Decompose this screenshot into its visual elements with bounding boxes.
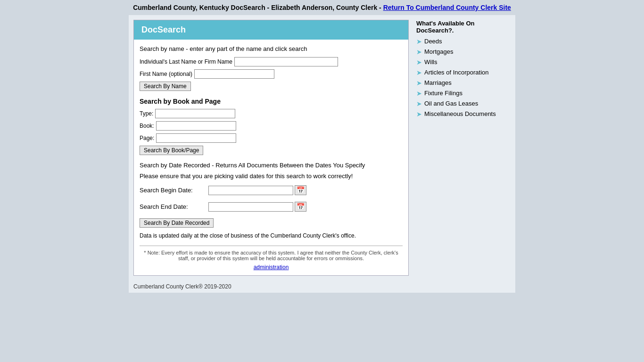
right-panel-item-label: Mortgages [424, 48, 453, 55]
date-search-title2: Please ensure that you are picking valid… [140, 173, 403, 180]
arrow-icon: ➤ [416, 100, 422, 107]
page-header: Cumberland County, Kentucky DocSearch - … [0, 0, 644, 15]
name-search-section: Search by name - enter any part of the n… [140, 45, 403, 91]
begin-date-input[interactable] [208, 186, 293, 195]
right-panel-item: ➤Fixture Filings [416, 90, 511, 97]
date-search-title1: Search by Date Recorded - Returns All Do… [140, 162, 403, 169]
right-panel-item: ➤Miscellaneous Documents [416, 110, 511, 118]
search-book-button-row: Search By Book/Page [140, 146, 403, 155]
first-name-input[interactable] [194, 69, 274, 79]
return-link[interactable]: Return To Cumberland County Clerk Site [383, 4, 511, 11]
end-date-row: Search End Date: 📅 [140, 202, 403, 212]
right-panel-item: ➤Articles of Incorporation [416, 69, 511, 76]
end-date-input[interactable] [208, 202, 293, 212]
right-panel-item: ➤Deeds [416, 38, 511, 45]
right-panel-item-label: Wills [424, 58, 437, 66]
book-row: Book: [140, 121, 403, 131]
arrow-icon: ➤ [416, 58, 422, 66]
book-input[interactable] [156, 121, 236, 131]
search-by-book-button[interactable]: Search By Book/Page [140, 146, 203, 155]
type-input[interactable] [155, 109, 235, 118]
begin-date-row: Search Begin Date: 📅 [140, 185, 403, 195]
search-name-button-row: Search By Name [140, 82, 403, 91]
right-panel-item: ➤Mortgages [416, 48, 511, 56]
right-panel-item-label: Articles of Incorporation [424, 69, 489, 76]
main-container: DocSearch Search by name - enter any par… [129, 15, 515, 280]
begin-date-calendar-icon[interactable]: 📅 [295, 185, 306, 195]
right-panel: What's Available On DocSearch?. ➤Deeds➤M… [416, 20, 511, 121]
arrow-icon: ➤ [416, 79, 422, 87]
page-label: Page: [140, 135, 154, 141]
docsearch-brand: DocSearch [134, 20, 408, 40]
type-row: Type: [140, 109, 403, 118]
admin-link[interactable]: administration [254, 264, 289, 271]
last-name-row: Individual's Last Name or Firm Name [140, 57, 403, 66]
name-search-description: Search by name - enter any part of the n… [140, 45, 403, 52]
footer-note: * Note: Every effort is made to ensure t… [140, 246, 403, 271]
first-name-label: First Name (optional) [140, 71, 192, 77]
page-input[interactable] [156, 133, 236, 143]
first-name-row: First Name (optional) [140, 69, 403, 79]
begin-date-label: Search Begin Date: [140, 187, 206, 194]
outer-wrapper: DocSearch Search by name - enter any par… [129, 15, 515, 293]
arrow-icon: ➤ [416, 48, 422, 56]
arrow-icon: ➤ [416, 38, 422, 45]
arrow-icon: ➤ [416, 90, 422, 97]
right-panel-item-label: Deeds [424, 38, 442, 45]
right-panel-item: ➤Marriages [416, 79, 511, 87]
right-panel-item-label: Marriages [424, 79, 452, 86]
right-panel-item-label: Fixture Filings [424, 90, 462, 97]
footer-note-text: * Note: Every effort is made to ensure t… [144, 250, 398, 261]
arrow-icon: ➤ [416, 110, 422, 118]
data-notice: Data is updated daily at the close of bu… [140, 232, 403, 239]
search-by-name-button[interactable]: Search By Name [140, 82, 191, 91]
page-footer: Cumberland County Clerk® 2019-2020 [129, 280, 515, 293]
end-date-calendar-icon[interactable]: 📅 [295, 202, 306, 212]
search-by-date-button[interactable]: Search By Date Recorded [140, 218, 214, 228]
right-panel-item: ➤Oil and Gas Leases [416, 100, 511, 107]
book-page-section: Search by Book and Page Type: Book: Page… [140, 98, 403, 155]
type-label: Type: [140, 110, 153, 117]
right-panel-item-label: Miscellaneous Documents [424, 110, 496, 117]
right-panel-item: ➤Wills [416, 58, 511, 66]
end-date-label: Search End Date: [140, 203, 206, 210]
right-panel-items: ➤Deeds➤Mortgages➤Wills➤Articles of Incor… [416, 38, 511, 118]
arrow-icon: ➤ [416, 69, 422, 76]
left-panel: DocSearch Search by name - enter any par… [133, 20, 409, 276]
left-content: Search by name - enter any part of the n… [134, 45, 408, 271]
date-search-section: Search by Date Recorded - Returns All Do… [140, 162, 403, 228]
right-panel-item-label: Oil and Gas Leases [424, 100, 478, 107]
header-title: Cumberland County, Kentucky DocSearch - … [133, 4, 381, 11]
last-name-label: Individual's Last Name or Firm Name [140, 58, 232, 65]
admin-link-container: administration [140, 264, 403, 271]
page-row: Page: [140, 133, 403, 143]
search-date-button-row: Search By Date Recorded [140, 218, 403, 228]
book-label: Book: [140, 123, 154, 129]
book-page-title: Search by Book and Page [140, 98, 403, 105]
right-panel-title: What's Available On DocSearch?. [416, 20, 511, 34]
last-name-input[interactable] [234, 57, 338, 66]
